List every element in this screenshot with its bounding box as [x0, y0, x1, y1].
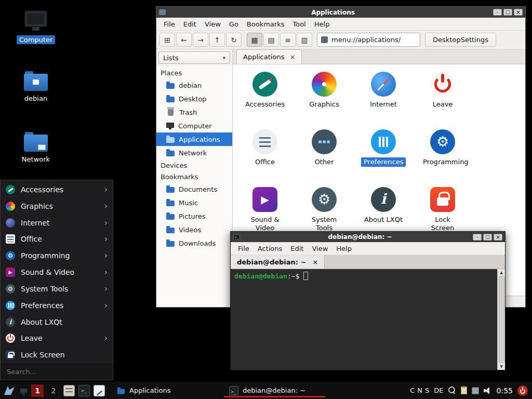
menu-view[interactable]: View [308, 244, 332, 254]
maximize-icon[interactable] [503, 9, 512, 16]
task-terminal[interactable]: debian@debian: ~ [224, 382, 325, 399]
clipboard-tray-icon[interactable] [461, 387, 467, 394]
new-tab-button[interactable] [159, 33, 175, 47]
sidebar-item-documents[interactable]: Documents [156, 182, 232, 196]
prompt-path: :~$ [287, 272, 299, 280]
places-header[interactable]: Places [156, 67, 232, 78]
sidebar-item-pictures[interactable]: Pictures [156, 209, 232, 223]
scrollbar-thumb[interactable] [499, 276, 504, 363]
desktop-icon-computer[interactable]: Computer [12, 10, 60, 44]
menu-edit[interactable]: Edit [179, 19, 201, 29]
sidebar-mode-combo[interactable]: Lists [158, 51, 230, 64]
terminal-tab[interactable]: debian@debian: ~ [231, 255, 325, 269]
sidebar-item-desktop[interactable]: Desktop [156, 92, 232, 105]
app-item-leave[interactable]: Leave [413, 69, 472, 126]
tab-close-icon[interactable] [289, 53, 295, 61]
num-indicator: N [417, 387, 422, 394]
power-button-icon[interactable] [517, 385, 528, 396]
app-item-programming[interactable]: Programming [413, 126, 472, 184]
sidebar-item-music[interactable]: Music [156, 196, 232, 209]
keyboard-indicators[interactable]: C N S DE [410, 387, 443, 394]
magnifier-tray-icon[interactable] [448, 387, 456, 394]
folder-icon [166, 214, 175, 220]
tab-close-icon[interactable] [312, 258, 318, 266]
menu-item-graphics[interactable]: Graphics [1, 198, 113, 215]
compact-view-button[interactable] [280, 33, 296, 47]
menu-bookmarks[interactable]: Bookmarks [243, 19, 289, 29]
menu-go[interactable]: Go [225, 19, 243, 29]
close-icon[interactable] [494, 234, 502, 241]
app-item-other[interactable]: Other [295, 126, 354, 184]
desktop-icon-network[interactable]: Network [12, 130, 60, 164]
app-item-office[interactable]: Office [235, 126, 295, 184]
forward-button[interactable] [193, 33, 208, 47]
terminal-launcher-icon[interactable] [78, 385, 90, 396]
maximize-icon[interactable] [483, 234, 492, 241]
sidebar-item-videos[interactable]: Videos [156, 223, 232, 236]
up-button[interactable] [209, 33, 225, 47]
reload-button[interactable] [226, 33, 242, 47]
scroll-down-icon[interactable]: ▼ [498, 363, 505, 370]
close-icon[interactable] [514, 9, 523, 16]
menu-item-leave[interactable]: Leave [1, 330, 113, 347]
volume-icon[interactable] [484, 387, 492, 394]
workspace-2-button[interactable]: 2 [47, 384, 60, 397]
desktop-icon-debian[interactable]: debian [12, 70, 60, 103]
detailed-view-button[interactable] [297, 33, 312, 47]
menu-actions[interactable]: Actions [254, 244, 287, 254]
search-input[interactable] [6, 367, 108, 376]
menu-file[interactable]: File [159, 19, 179, 29]
show-desktop-button[interactable] [20, 388, 28, 393]
editor-launcher-icon[interactable] [94, 385, 105, 396]
menu-help[interactable]: Help [332, 244, 356, 254]
file-manager-launcher-icon[interactable] [63, 385, 75, 396]
menu-item-about-lxqt[interactable]: About LXQt [1, 314, 113, 330]
desktop-settings-button[interactable]: DesktopSettings [425, 33, 496, 47]
task-applications[interactable]: Applications [112, 382, 213, 399]
app-item-graphics[interactable]: Graphics [295, 69, 354, 126]
app-item-internet[interactable]: Internet [354, 69, 413, 126]
thumbnail-view-button[interactable] [263, 33, 279, 47]
menu-item-preferences[interactable]: Preferences [1, 297, 113, 314]
tab-applications[interactable]: Applications [236, 49, 302, 64]
menu-file[interactable]: File [234, 244, 254, 254]
back-button[interactable] [176, 33, 192, 47]
bookmarks-header[interactable]: Bookmarks [156, 171, 232, 182]
start-menu-button[interactable] [3, 384, 16, 397]
menu-item-sound-video[interactable]: Sound & Video [1, 264, 113, 281]
submenu-arrow-icon [104, 185, 108, 194]
menu-item-programming[interactable]: Programming [1, 247, 113, 264]
menu-item-office[interactable]: Office [1, 231, 113, 247]
minimize-icon[interactable] [473, 234, 482, 241]
menu-item-lock-screen[interactable]: Lock Screen [1, 347, 113, 363]
menu-view[interactable]: View [201, 19, 225, 29]
menu-help[interactable]: Help [310, 19, 334, 29]
sidebar-item-computer[interactable]: Computer [156, 119, 232, 132]
network-folder-icon [24, 135, 48, 152]
sidebar-item-downloads[interactable]: Downloads [156, 236, 232, 250]
terminal-scrollbar[interactable]: ▲ ▼ [497, 269, 505, 370]
sidebar-item-trash[interactable]: Trash [156, 105, 232, 119]
submenu-arrow-icon [104, 251, 108, 260]
minimize-icon[interactable] [493, 9, 502, 16]
app-item-preferences[interactable]: Preferences [354, 126, 413, 184]
sidebar-item-debian[interactable]: debian [156, 78, 232, 92]
terminal-titlebar[interactable]: debian@debian: ~ [231, 232, 505, 242]
terminal-screen[interactable]: debian@debian:~$ [231, 269, 497, 370]
clock[interactable]: 0:55 [497, 387, 513, 395]
sidebar-item-network[interactable]: Network [156, 146, 232, 159]
menu-item-system-tools[interactable]: System Tools [1, 281, 113, 297]
menu-tool[interactable]: Tool [288, 19, 310, 29]
menu-item-internet[interactable]: Internet [1, 215, 113, 231]
devices-header[interactable]: Devices [156, 159, 232, 171]
icon-view-button[interactable] [247, 33, 262, 47]
fm-titlebar[interactable]: Applications [156, 7, 525, 18]
menu-item-accessories[interactable]: Accessories [1, 181, 113, 198]
sidebar-item-applications[interactable]: Applications [156, 132, 232, 146]
location-bar[interactable]: menu://applications/ [317, 33, 420, 47]
app-item-accessories[interactable]: Accessories [235, 69, 295, 126]
scroll-up-icon[interactable]: ▲ [498, 269, 505, 276]
tray-icon[interactable] [472, 387, 479, 394]
menu-edit[interactable]: Edit [286, 244, 308, 254]
workspace-1-button[interactable]: 1 [31, 384, 44, 397]
